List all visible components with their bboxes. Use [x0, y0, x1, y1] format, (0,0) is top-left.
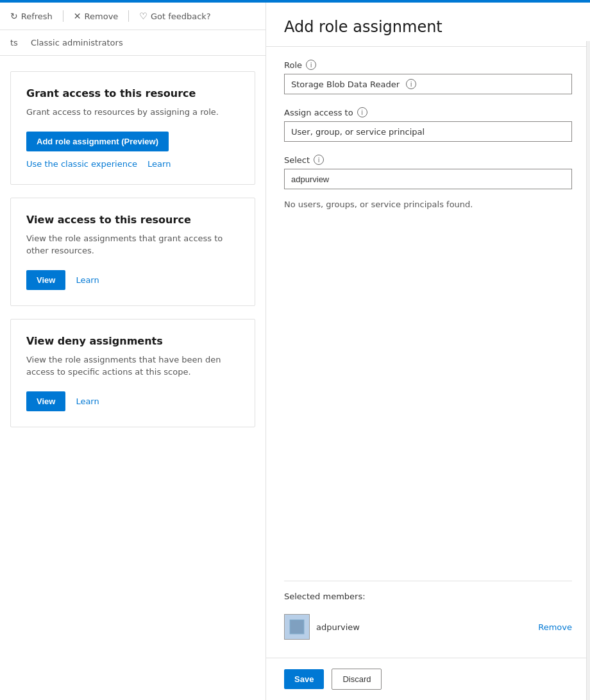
view-access-button[interactable]: View: [26, 270, 65, 290]
grant-access-card: Grant access to this resource Grant acce…: [10, 71, 255, 185]
grant-access-desc: Grant access to resources by assigning a…: [26, 106, 239, 119]
svg-rect-1: [290, 620, 305, 635]
view-deny-actions: View Learn: [26, 391, 239, 411]
nav-tabs: ts Classic administrators: [0, 30, 266, 56]
feedback-button[interactable]: ♡ Got feedback?: [139, 11, 210, 21]
select-info-icon[interactable]: i: [314, 155, 324, 165]
feedback-label: Got feedback?: [151, 12, 211, 21]
learn-link-grant[interactable]: Learn: [148, 159, 171, 169]
member-avatar: [284, 614, 310, 640]
divider-2: [128, 10, 129, 22]
assign-access-value-box: User, group, or service principal: [284, 121, 572, 142]
svg-rect-0: [285, 615, 309, 639]
tab-ts[interactable]: ts: [10, 35, 18, 50]
view-access-actions: View Learn: [26, 270, 239, 290]
no-results-text: No users, groups, or service principals …: [284, 189, 572, 219]
classic-experience-link[interactable]: Use the classic experience: [26, 159, 137, 169]
select-field-group: Select i No users, groups, or service pr…: [284, 155, 572, 219]
refresh-label: Refresh: [21, 12, 53, 21]
role-value-box: Storage Blob Data Reader i: [284, 74, 572, 94]
select-label: Select i: [284, 155, 572, 165]
discard-button[interactable]: Discard: [332, 669, 382, 690]
role-info-icon[interactable]: i: [306, 60, 316, 70]
remove-icon: ✕: [74, 11, 81, 21]
fields-area: Role i Storage Blob Data Reader i Assign…: [284, 60, 572, 568]
remove-button[interactable]: ✕ Remove: [74, 11, 119, 21]
left-panel: ↻ Refresh ✕ Remove ♡ Got feedback? ts Cl…: [0, 3, 266, 700]
panel-footer: Save Discard: [266, 658, 590, 700]
view-access-desc: View the role assignments that grant acc…: [26, 232, 239, 257]
panel-main-content: Role i Storage Blob Data Reader i Assign…: [266, 47, 590, 658]
divider-1: [63, 10, 63, 22]
bottom-area: Selected members: adpurview Remove: [284, 581, 572, 645]
view-access-card: View access to this resource View the ro…: [10, 198, 255, 306]
grant-access-actions: Add role assignment (Preview): [26, 132, 239, 151]
selected-members-label: Selected members:: [284, 592, 572, 601]
view-deny-button[interactable]: View: [26, 391, 65, 411]
assign-access-value: User, group, or service principal: [291, 127, 425, 137]
assign-access-label: Assign access to i: [284, 107, 572, 117]
panel-header: Add role assignment: [266, 3, 590, 47]
heart-icon: ♡: [139, 11, 148, 21]
scrollbar[interactable]: [586, 41, 590, 700]
view-deny-card: View deny assignments View the role assi…: [10, 319, 255, 427]
selected-members-section: Selected members: adpurview Remove: [284, 581, 572, 645]
select-input[interactable]: [284, 169, 572, 189]
panel-title: Add role assignment: [284, 18, 572, 36]
role-value: Storage Blob Data Reader: [291, 80, 400, 89]
refresh-button[interactable]: ↻ Refresh: [10, 11, 53, 21]
assign-access-field-group: Assign access to i User, group, or servi…: [284, 107, 572, 142]
toolbar: ↻ Refresh ✕ Remove ♡ Got feedback?: [0, 3, 266, 30]
tab-classic-admins[interactable]: Classic administrators: [31, 35, 123, 50]
right-panel: Add role assignment Role i Storage Blob …: [266, 3, 590, 700]
view-deny-desc: View the role assignments that have been…: [26, 354, 239, 379]
save-button[interactable]: Save: [284, 669, 324, 689]
assign-access-info-icon[interactable]: i: [357, 107, 367, 117]
remove-label: Remove: [85, 12, 119, 21]
view-deny-title: View deny assignments: [26, 335, 239, 347]
role-field-group: Role i Storage Blob Data Reader i: [284, 60, 572, 94]
member-remove-button[interactable]: Remove: [538, 622, 572, 632]
grant-access-title: Grant access to this resource: [26, 87, 239, 99]
svg-rect-2: [292, 622, 301, 631]
role-value-info-icon[interactable]: i: [406, 79, 416, 89]
role-label: Role i: [284, 60, 572, 70]
member-name: adpurview: [316, 622, 532, 632]
learn-link-view[interactable]: Learn: [76, 275, 99, 285]
left-content: Grant access to this resource Grant acce…: [0, 56, 266, 443]
refresh-icon: ↻: [10, 11, 18, 21]
learn-link-deny[interactable]: Learn: [76, 397, 99, 406]
member-item: adpurview Remove: [284, 609, 572, 645]
add-role-assignment-button[interactable]: Add role assignment (Preview): [26, 132, 169, 151]
view-access-title: View access to this resource: [26, 214, 239, 226]
